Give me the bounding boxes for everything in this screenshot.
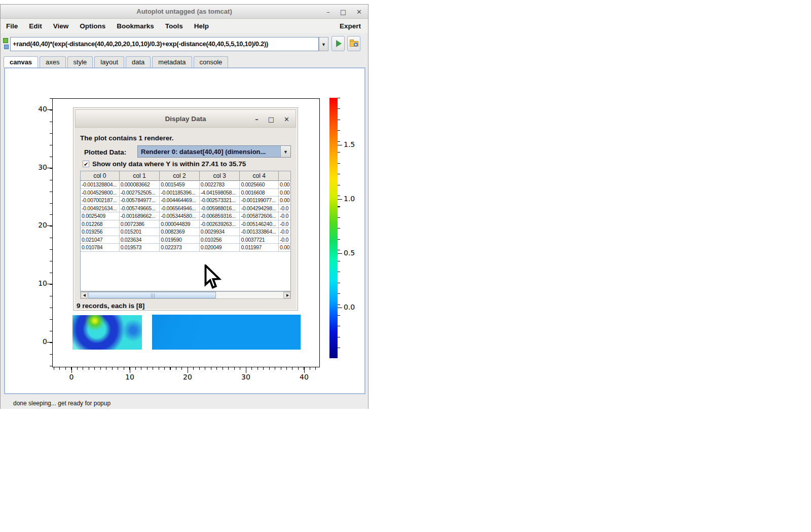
table-row[interactable]: 0.019256 0.015201 0.0082369 0.0029934 -0… xyxy=(81,228,290,236)
colorbar-tick-label: 0.5 xyxy=(344,249,361,258)
records-summary: 9 records, each is [8] xyxy=(77,302,144,310)
menu-view[interactable]: View xyxy=(48,20,75,32)
status-bar: done sleeping... get ready for popup xyxy=(1,397,368,409)
colorbar-tick-label: 1.0 xyxy=(344,195,361,204)
renderer-count-text: The plot contains 1 renderer. xyxy=(80,134,174,142)
y-filter-label: Show only data where Y is within 27.41 t… xyxy=(92,160,246,168)
x-tick-label: 30 xyxy=(236,373,256,382)
minimize-icon[interactable]: – xyxy=(326,8,330,16)
x-tick-label: 10 xyxy=(120,373,140,382)
scrollbar-grip xyxy=(151,293,155,298)
spectrogram-strip-right xyxy=(152,315,301,350)
dialog-close-icon[interactable]: ✕ xyxy=(284,116,289,123)
table-row[interactable]: 0.010784 0.019573 0.022373 0.020049 0.01… xyxy=(81,244,290,252)
window-titlebar[interactable]: Autoplot untagged (as tomcat) – □ ✕ xyxy=(1,5,368,19)
menubar: File Edit View Options Bookmarks Tools H… xyxy=(1,19,368,33)
y-axis-minor-ticks xyxy=(50,98,52,367)
colorbar-minor-ticks xyxy=(338,98,340,358)
y-tick-label: 40 xyxy=(22,105,47,114)
dialog-titlebar[interactable]: Display Data – □ ✕ xyxy=(75,109,296,128)
status-text: done sleeping... get ready for popup xyxy=(13,400,110,407)
mouse-cursor xyxy=(203,264,222,293)
address-row: +rand(40,40)*(exp(-distance(40,40,20,20,… xyxy=(1,34,368,56)
window-title: Autoplot untagged (as tomcat) xyxy=(1,8,368,15)
column-header[interactable]: col 1 xyxy=(120,171,160,181)
main-tabs: canvas axes style layout data metadata c… xyxy=(4,56,228,67)
table-row[interactable]: -0.001328804... 0.000083662 0.0015459 0.… xyxy=(81,181,290,189)
close-icon[interactable]: ✕ xyxy=(356,8,362,16)
expert-toggle[interactable]: Expert xyxy=(340,22,368,30)
y-tick-label: 10 xyxy=(22,279,47,288)
column-header[interactable]: col 0 xyxy=(81,171,120,181)
maximize-icon[interactable]: □ xyxy=(340,8,346,16)
screen: Autoplot untagged (as tomcat) – □ ✕ File… xyxy=(0,0,811,532)
horizontal-scrollbar[interactable] xyxy=(80,291,291,299)
magnifier-icon xyxy=(354,43,358,47)
menu-help[interactable]: Help xyxy=(189,20,214,32)
uri-status-icon xyxy=(3,38,10,51)
plotted-data-label: Plotted Data: xyxy=(84,148,126,156)
x-tick-label: 20 xyxy=(177,373,198,382)
uri-input[interactable]: +rand(40,40)*(exp(-distance(40,40,20,20,… xyxy=(10,37,319,51)
data-table[interactable]: col 0 col 1 col 2 col 3 col 4 -0.0013288… xyxy=(80,171,291,291)
y-filter-checkbox[interactable]: ✔ xyxy=(83,161,89,167)
chevron-down-icon[interactable]: ▼ xyxy=(280,146,290,157)
tab-console[interactable]: console xyxy=(194,56,229,67)
menu-tools[interactable]: Tools xyxy=(160,20,189,32)
scroll-left-icon[interactable] xyxy=(81,292,88,298)
column-header[interactable]: col 4 xyxy=(240,171,279,181)
x-tick-label: 40 xyxy=(294,373,314,382)
tab-metadata[interactable]: metadata xyxy=(152,56,192,67)
autoplot-window: Autoplot untagged (as tomcat) – □ ✕ File… xyxy=(0,4,368,409)
menu-edit[interactable]: Edit xyxy=(23,20,48,32)
y-tick-label: 0 xyxy=(22,337,47,347)
go-button[interactable] xyxy=(331,36,345,51)
tab-layout[interactable]: layout xyxy=(94,56,124,67)
table-row[interactable]: -0.004921634... -0.005749665... -0.00656… xyxy=(81,205,290,213)
plot-canvas[interactable]: 40 30 20 10 0 0 10 20 30 40 1.5 xyxy=(4,67,365,394)
renderer-combobox[interactable]: Renderer 0: dataset[40,40] (dimension...… xyxy=(137,145,291,158)
menu-bookmarks[interactable]: Bookmarks xyxy=(111,20,160,32)
colorbar[interactable] xyxy=(329,98,338,358)
browse-button[interactable] xyxy=(347,36,360,51)
display-data-dialog: Display Data – □ ✕ The plot contains 1 r… xyxy=(73,107,298,311)
table-header-row: col 0 col 1 col 2 col 3 col 4 xyxy=(81,171,290,181)
table-row[interactable]: 0.021047 0.023634 0.019590 0.010256 0.00… xyxy=(81,236,290,244)
colorbar-tick-label: 1.5 xyxy=(344,140,361,149)
menu-file[interactable]: File xyxy=(1,20,23,32)
x-tick-label: 0 xyxy=(61,373,82,382)
tab-axes[interactable]: axes xyxy=(40,56,65,67)
y-tick-label: 20 xyxy=(22,221,47,230)
tab-canvas[interactable]: canvas xyxy=(4,56,38,67)
scroll-right-icon[interactable] xyxy=(283,292,290,298)
y-tick-label: 30 xyxy=(22,163,47,172)
dialog-minimize-icon[interactable]: – xyxy=(255,116,259,123)
x-axis-minor-ticks xyxy=(54,367,320,370)
column-header[interactable] xyxy=(279,171,290,181)
column-header[interactable]: col 2 xyxy=(160,171,200,181)
uri-dropdown-icon[interactable]: ▼ xyxy=(319,37,328,51)
scrollbar-thumb[interactable] xyxy=(88,292,216,298)
menu-options[interactable]: Options xyxy=(74,20,111,32)
table-row[interactable]: 0.012268 0.0072386 0.000044839 -0.002639… xyxy=(81,220,290,229)
renderer-combobox-value: Renderer 0: dataset[40,40] (dimension... xyxy=(138,148,280,156)
table-row[interactable]: -0.007002187... -0.005784977... -0.00446… xyxy=(81,197,290,205)
table-row[interactable]: -0.004529800... -0.002752505... -0.00118… xyxy=(81,189,290,197)
play-icon xyxy=(336,40,342,47)
column-header[interactable]: col 3 xyxy=(200,171,240,181)
dialog-maximize-icon[interactable]: □ xyxy=(268,116,274,123)
tab-style[interactable]: style xyxy=(67,56,93,67)
spectrogram-strip-left xyxy=(72,315,142,350)
tab-data[interactable]: data xyxy=(126,56,151,67)
colorbar-tick-label: 0.0 xyxy=(344,303,361,312)
table-row[interactable]: 0.0025409 -0.001689662... -0.005344580..… xyxy=(81,212,290,220)
